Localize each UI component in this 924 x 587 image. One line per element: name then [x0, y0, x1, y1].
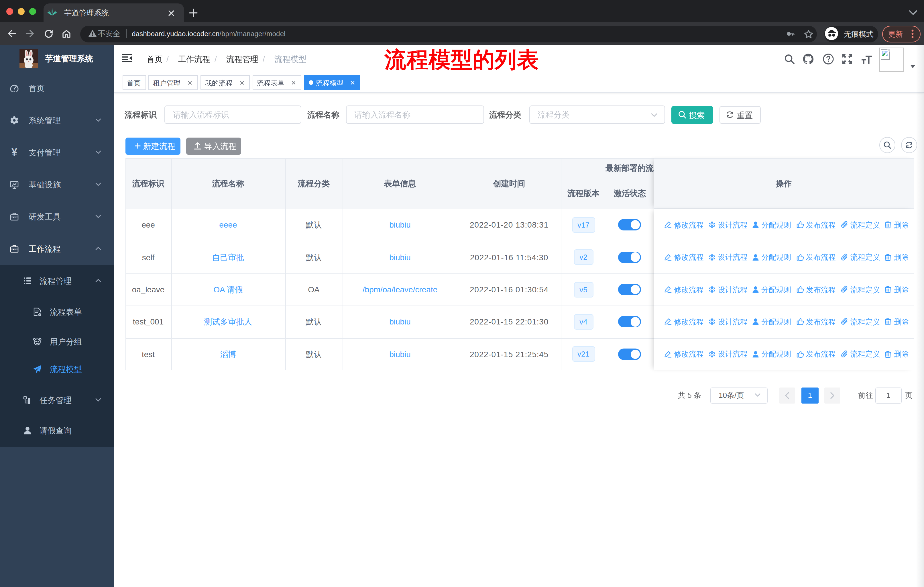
svg-text:¥: ¥ [12, 148, 17, 157]
